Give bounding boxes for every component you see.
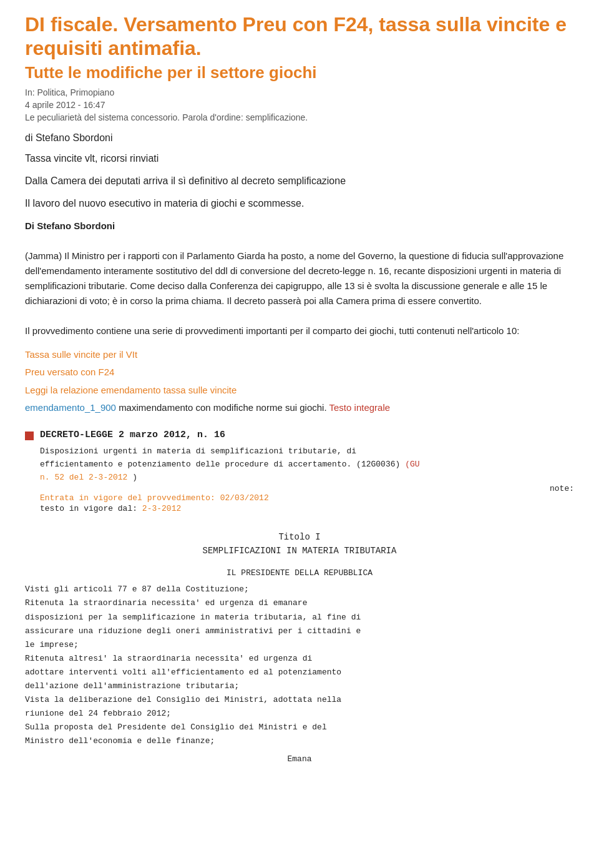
decreto-body: Disposizioni urgenti in materia di sempl… [40,445,574,484]
link-extra-text: maximendamento con modifiche norme sui g… [119,402,327,413]
subtitle: Tutte le modifiche per il settore giochi [25,63,574,82]
link-tassa-vincite[interactable]: Tassa sulle vincite per il VIt [25,349,137,360]
decreto-title: DECRETO-LEGGE 2 marzo 2012, n. 16 [40,430,225,440]
text8: dell'azione dell'amministrazione tributa… [25,681,239,691]
decreto-gu-link[interactable]: (GU [405,460,419,469]
decreto-header: DECRETO-LEGGE 2 marzo 2012, n. 16 [25,430,574,440]
presidente-section: IL PRESIDENTE DELLA REPUBBLICA Visti gli… [25,568,574,764]
main-title: DI fiscale. Versamento Preu con F24, tas… [25,12,574,61]
text5: le imprese; [25,640,79,649]
meta-desc: Le peculiarietà del sistema concessorio.… [25,112,574,122]
article-intro-3: Il lavoro del nuovo esecutivo in materia… [25,196,574,211]
link-testo-integrale[interactable]: Testo integrale [329,402,391,413]
vigore1-label: Entrata in vigore del provvedimento: [40,493,215,503]
text6: Ritenuta altresi' la straordinaria neces… [25,654,312,663]
author-byline: di Stefano Sbordoni [25,132,574,144]
link-preu-f24[interactable]: Preu versato con F24 [25,367,114,377]
meta-info: In: Politica, Primopiano [25,87,574,97]
vigore-2: testo in vigore dal: 2-3-2012 [40,504,574,513]
titolo-section: Titolo I SEMPLIFICAZIONI IN MATERIA TRIB… [25,532,574,556]
text9: Vista la deliberazione del Consiglio dei… [25,695,341,704]
article-container: DI fiscale. Versamento Preu con F24, tas… [25,12,574,764]
decreto-line3-plain: (12G0036) [356,460,400,469]
text11: Sulla proposta del Presidente del Consig… [25,723,327,732]
links-section: Tassa sulle vincite per il VIt Preu vers… [25,346,574,417]
titolo-i: Titolo I [25,532,574,542]
text4: assicurare una riduzione degli oneri amm… [25,626,361,636]
decreto-n52-link[interactable]: n. 52 del 2-3-2012 [40,473,132,482]
meta-category: Politica, Primopiano [37,87,114,97]
red-square-icon [25,432,34,440]
meta-in: In: [25,87,35,97]
decreto-section: DECRETO-LEGGE 2 marzo 2012, n. 16 Dispos… [25,430,574,513]
vigore1-val: 02/03/2012 [220,493,269,503]
emana-line: Emana [25,754,574,764]
semplificazioni: SEMPLIFICAZIONI IN MATERIA TRIBUTARIA [25,546,574,556]
decreto-full-text: Visti gli articoli 77 e 87 della Costitu… [25,583,574,748]
article-intro-1: Tassa vincite vlt, ricorsi rinviati [25,151,574,166]
meta-parola: Parola d'ordine: semplificazione. [182,112,308,122]
article-body: Di Stefano Sbordoni (Jamma) Il Ministro … [25,219,574,338]
text7: adottare interventi volti all'efficienta… [25,668,341,677]
meta-date: 4 aprile 2012 - 16:47 [25,100,574,110]
text1: Visti gli articoli 77 e 87 della Costitu… [25,584,249,594]
author-name: Di Stefano Sbordoni [25,220,115,231]
decreto-line2: efficientamento e potenziamento delle pr… [40,460,351,469]
article-intro-2: Dalla Camera dei deputati arriva il sì d… [25,174,574,189]
article-text-main: (Jamma) Il Ministro per i rapporti con i… [25,250,563,306]
link-relazione[interactable]: Leggi la relazione emendamento tassa sul… [25,385,236,395]
vigore-1: Entrata in vigore del provvedimento: 02/… [40,493,574,503]
vigore2-val: 2-3-2012 [142,504,181,513]
vigore2-label: testo in vigore dal: [40,504,137,513]
text3: disposizioni per la semplificazione in m… [25,613,361,622]
note-label: note: [40,484,574,493]
article-text-secondary: Il provvedimento contiene una serie di p… [25,325,519,336]
decreto-line1: Disposizioni urgenti in materia di sempl… [40,446,356,456]
text2: Ritenuta la straordinaria necessita' ed … [25,598,307,608]
text10: riunione del 24 febbraio 2012; [25,709,171,718]
link-emendamento[interactable]: emendamento_1_900 [25,402,116,413]
presidente-title: IL PRESIDENTE DELLA REPUBBLICA [25,568,574,578]
text12: Ministro dell'economia e delle finanze; [25,736,215,746]
